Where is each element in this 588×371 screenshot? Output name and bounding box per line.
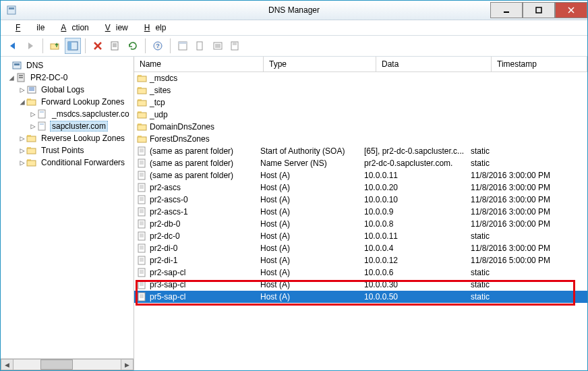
record-timestamp: static (468, 292, 587, 302)
menu-action[interactable]: Action (50, 21, 94, 34)
refresh-button[interactable] (125, 38, 141, 54)
svg-rect-38 (38, 110, 45, 118)
list-row[interactable]: (same as parent folder)Start of Authorit… (134, 145, 587, 157)
folder-icon (137, 97, 148, 108)
list-row[interactable]: pr2-db-0Host (A)10.0.0.811/8/2016 3:00:0… (134, 218, 587, 230)
list-row[interactable]: (same as parent folder)Host (A)10.0.0.11… (134, 169, 587, 181)
scroll-left-button[interactable]: ◀ (1, 359, 13, 370)
scroll-thumb[interactable] (40, 360, 73, 370)
record-icon (137, 206, 148, 217)
forward-button[interactable] (22, 38, 38, 54)
record-name: ForestDnsZones (150, 134, 210, 144)
record-icon (137, 291, 148, 302)
svg-rect-60 (138, 147, 145, 155)
back-button[interactable] (5, 38, 21, 54)
close-button[interactable] (555, 2, 587, 18)
list-row[interactable]: pr3-sap-clHost (A)10.0.0.30static (134, 279, 587, 291)
help-button[interactable]: ? (150, 38, 166, 54)
svg-rect-8 (68, 42, 71, 50)
tree-root[interactable]: DNS (1, 59, 134, 72)
record-list[interactable]: _msdcs_sites_tcp_udpDomainDnsZonesForest… (134, 72, 587, 370)
record-name: pr2-di-1 (150, 256, 177, 265)
scroll-right-button[interactable]: ▶ (121, 359, 134, 370)
tree-global-logs[interactable]: ▷ Global Logs (1, 84, 134, 96)
tool-c-button[interactable] (210, 38, 226, 54)
list-row[interactable]: (same as parent folder)Name Server (NS)p… (134, 157, 587, 169)
zone-icon (37, 121, 48, 132)
tree-view[interactable]: DNS ◢ PR2-DC-0 ▷ Global Logs ◢ Forward L… (1, 57, 134, 358)
tree-reverse-zones[interactable]: ▷ Reverse Lookup Zones (1, 132, 134, 144)
minimize-button[interactable] (490, 2, 523, 18)
list-row[interactable]: _msdcs (134, 72, 587, 84)
record-timestamp: static (468, 146, 587, 156)
svg-rect-49 (138, 76, 146, 82)
list-row[interactable]: pr2-ascsHost (A)10.0.0.2011/8/2016 3:00:… (134, 181, 587, 194)
column-timestamp[interactable]: Timestamp (492, 57, 587, 72)
list-row[interactable]: pr2-ascs-1Host (A)10.0.0.911/8/2016 3:00… (134, 206, 587, 218)
record-name: DomainDnsZones (150, 122, 214, 132)
record-data: 10.0.0.11 (361, 171, 468, 180)
record-data: 10.0.0.30 (361, 280, 468, 289)
list-row[interactable]: ForestDnsZones (134, 133, 587, 145)
list-row[interactable]: DomainDnsZones (134, 121, 587, 133)
up-button[interactable] (47, 38, 63, 54)
list-row[interactable]: _sites (134, 84, 587, 96)
record-name: (same as parent folder) (150, 171, 233, 180)
list-row[interactable]: _udp (134, 109, 587, 121)
record-type: Host (A) (258, 183, 361, 192)
tree-server[interactable]: ◢ PR2-DC-0 (1, 72, 134, 84)
column-name[interactable]: Name (134, 57, 264, 72)
menu-file[interactable]: File (5, 21, 50, 34)
svg-rect-51 (138, 88, 146, 94)
tool-a-button[interactable] (175, 38, 191, 54)
tree-zone-msdcs[interactable]: ▷ _msdcs.sapcluster.co (1, 108, 134, 120)
record-icon (137, 255, 148, 266)
list-row[interactable]: pr2-di-0Host (A)10.0.0.411/8/2016 3:00:0… (134, 242, 587, 254)
folder-open-icon (26, 96, 37, 107)
tree-hscrollbar[interactable]: ◀ ▶ (1, 358, 134, 370)
column-data[interactable]: Data (376, 57, 492, 72)
record-name: _tcp (150, 98, 165, 107)
menu-view[interactable]: View (94, 21, 134, 34)
list-row[interactable]: pr2-di-1Host (A)10.0.0.1211/8/2016 5:00:… (134, 254, 587, 266)
svg-rect-100 (138, 268, 145, 277)
list-row[interactable]: pr2-dc-0Host (A)10.0.0.11static (134, 230, 587, 242)
svg-rect-2 (504, 11, 509, 13)
record-data: 10.0.0.20 (361, 183, 468, 192)
record-timestamp: 11/8/2016 3:00:00 PM (468, 171, 587, 180)
record-data: 10.0.0.6 (361, 268, 468, 277)
record-icon (137, 146, 148, 156)
list-row[interactable]: pr5-sap-clHost (A)10.0.0.50static (134, 291, 587, 303)
record-type: Host (A) (258, 195, 361, 204)
record-timestamp: static (468, 159, 587, 168)
record-type: Host (A) (258, 219, 361, 229)
list-row[interactable]: _tcp (134, 96, 587, 109)
record-icon (137, 219, 148, 229)
tree-conditional-forwarders[interactable]: ▷ Conditional Forwarders (1, 156, 134, 169)
properties-button[interactable] (107, 38, 123, 54)
record-icon (137, 267, 148, 278)
svg-rect-88 (138, 232, 145, 240)
folder-icon (137, 121, 148, 132)
record-name: pr2-ascs (150, 183, 181, 192)
svg-rect-53 (138, 101, 146, 106)
column-type[interactable]: Type (264, 57, 376, 72)
record-icon (137, 194, 148, 205)
tree-forward-zones[interactable]: ◢ Forward Lookup Zones (1, 96, 134, 108)
tool-b-button[interactable] (192, 38, 208, 54)
show-hide-tree-button[interactable] (65, 38, 81, 54)
svg-rect-37 (27, 100, 36, 105)
tree-zone-sapcluster[interactable]: ▷ sapcluster.com (1, 120, 134, 132)
record-name: (same as parent folder) (150, 159, 233, 168)
svg-rect-30 (19, 75, 23, 76)
tree-trust-points[interactable]: ▷ Trust Points (1, 144, 134, 156)
menu-help[interactable]: Help (134, 21, 172, 34)
svg-rect-19 (197, 42, 202, 50)
record-name: pr2-ascs-0 (150, 195, 188, 204)
list-row[interactable]: pr2-sap-clHost (A)10.0.0.6static (134, 266, 587, 279)
list-row[interactable]: pr2-ascs-0Host (A)10.0.0.1011/8/2016 3:0… (134, 194, 587, 206)
delete-button[interactable] (90, 38, 106, 54)
record-type: Host (A) (258, 231, 361, 241)
tool-d-button[interactable] (227, 38, 243, 54)
maximize-button[interactable] (523, 2, 555, 18)
